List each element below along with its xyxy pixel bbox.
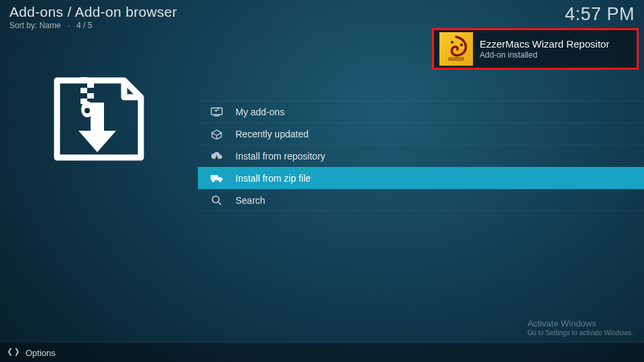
svg-rect-1 [87, 82, 94, 88]
ezzermacs-icon [439, 32, 473, 66]
svg-rect-13 [448, 57, 464, 61]
menu-item-install-repository[interactable]: Install from repository [198, 145, 644, 167]
notification-toast: EzzerMacs Wizard Repositor Add-on instal… [432, 28, 639, 70]
menu-item-label: Recently updated [235, 129, 309, 139]
svg-rect-0 [80, 77, 87, 82]
windows-watermark: Activate Windows Go to Settings to activ… [527, 318, 633, 337]
svg-point-11 [451, 41, 453, 44]
options-icon[interactable] [8, 347, 19, 359]
monitor-icon [210, 106, 223, 118]
menu-item-my-addons[interactable]: My add-ons [198, 101, 644, 123]
notification-title: EzzerMacs Wizard Repositor [480, 38, 609, 50]
search-icon [210, 194, 223, 206]
menu-item-search[interactable]: Search [198, 189, 644, 211]
svg-point-12 [460, 44, 463, 46]
svg-point-9 [219, 180, 221, 182]
notification-subtitle: Add-on installed [480, 50, 609, 60]
watermark-subtitle: Go to Settings to activate Windows. [527, 329, 633, 337]
menu-item-label: My add-ons [235, 107, 284, 117]
menu-item-label: Install from zip file [235, 173, 311, 184]
footer: Options [0, 343, 644, 362]
svg-point-8 [212, 180, 215, 182]
zip-install-icon [54, 77, 144, 167]
svg-rect-7 [211, 108, 222, 115]
sidebar [0, 0, 198, 362]
watermark-title: Activate Windows [527, 318, 633, 328]
menu-list: My add-ons Recently updated Install from… [198, 101, 644, 211]
open-box-icon [210, 128, 223, 140]
menu-item-recently-updated[interactable]: Recently updated [198, 123, 644, 145]
menu-item-install-zip[interactable]: Install from zip file [198, 167, 644, 189]
options-label[interactable]: Options [25, 348, 56, 358]
notification-text: EzzerMacs Wizard Repositor Add-on instal… [480, 38, 609, 60]
cloud-download-icon [210, 150, 223, 162]
svg-rect-2 [80, 88, 87, 93]
menu-item-label: Search [235, 195, 265, 206]
svg-point-10 [213, 196, 219, 202]
svg-rect-3 [87, 93, 94, 99]
menu-item-label: Install from repository [235, 151, 325, 162]
clock: 4:57 PM [565, 4, 635, 25]
truck-icon [210, 172, 223, 184]
svg-point-6 [85, 108, 90, 113]
